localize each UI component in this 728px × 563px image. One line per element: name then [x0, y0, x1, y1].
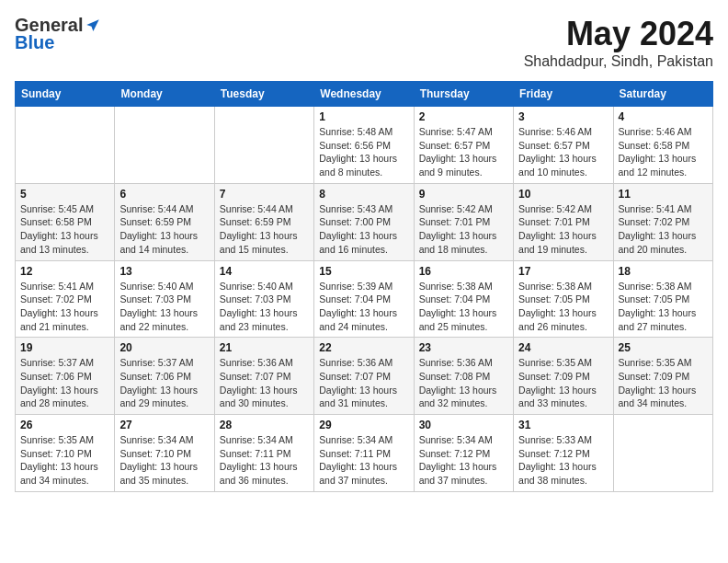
day-info: Sunrise: 5:44 AMSunset: 6:59 PMDaylight:…	[119, 202, 209, 257]
day-number: 24	[518, 341, 608, 354]
day-number: 14	[220, 265, 309, 278]
day-number: 27	[119, 419, 209, 431]
day-number: 18	[619, 265, 708, 278]
logo-blue-text: Blue	[15, 32, 54, 53]
day-info: Sunrise: 5:36 AMSunset: 7:07 PMDaylight:…	[220, 356, 309, 410]
day-cell: 29Sunrise: 5:34 AMSunset: 7:11 PMDayligh…	[314, 415, 414, 492]
day-info: Sunrise: 5:46 AMSunset: 6:58 PMDaylight:…	[619, 125, 708, 179]
header-row: SundayMondayTuesdayWednesdayThursdayFrid…	[16, 82, 713, 107]
day-info: Sunrise: 5:38 AMSunset: 7:05 PMDaylight:…	[518, 280, 608, 334]
day-cell: 1Sunrise: 5:48 AMSunset: 6:56 PMDaylight…	[314, 107, 414, 184]
day-number: 25	[619, 341, 708, 354]
day-header-sunday: Sunday	[16, 82, 115, 107]
day-number: 28	[220, 419, 309, 431]
calendar-subtitle: Shahdadpur, Sindh, Pakistan	[524, 53, 713, 70]
day-info: Sunrise: 5:42 AMSunset: 7:01 PMDaylight:…	[419, 202, 508, 257]
calendar-title: May 2024	[524, 15, 713, 53]
day-info: Sunrise: 5:35 AMSunset: 7:10 PMDaylight:…	[20, 433, 109, 488]
day-cell: 21Sunrise: 5:36 AMSunset: 7:07 PMDayligh…	[214, 338, 313, 415]
day-cell: 6Sunrise: 5:44 AMSunset: 6:59 PMDaylight…	[115, 183, 214, 260]
week-row-1: 1Sunrise: 5:48 AMSunset: 6:56 PMDaylight…	[16, 107, 713, 184]
day-info: Sunrise: 5:41 AMSunset: 7:02 PMDaylight:…	[619, 202, 708, 257]
day-number: 21	[220, 341, 309, 354]
day-number: 31	[518, 419, 608, 431]
day-cell: 27Sunrise: 5:34 AMSunset: 7:10 PMDayligh…	[115, 415, 214, 492]
day-number: 12	[20, 265, 109, 278]
day-cell: 16Sunrise: 5:38 AMSunset: 7:04 PMDayligh…	[414, 260, 513, 338]
day-info: Sunrise: 5:39 AMSunset: 7:04 PMDaylight:…	[319, 280, 408, 334]
calendar-body: 1Sunrise: 5:48 AMSunset: 6:56 PMDaylight…	[16, 107, 713, 492]
day-number: 9	[419, 188, 508, 201]
day-info: Sunrise: 5:34 AMSunset: 7:11 PMDaylight:…	[220, 433, 309, 488]
day-cell: 23Sunrise: 5:36 AMSunset: 7:08 PMDayligh…	[414, 338, 513, 415]
day-info: Sunrise: 5:44 AMSunset: 6:59 PMDaylight:…	[220, 202, 309, 257]
day-cell: 20Sunrise: 5:37 AMSunset: 7:06 PMDayligh…	[115, 338, 214, 415]
day-cell	[613, 415, 712, 492]
day-cell	[115, 107, 214, 184]
day-number: 8	[319, 188, 408, 201]
day-header-monday: Monday	[115, 82, 214, 107]
day-number: 5	[20, 188, 109, 201]
calendar-header: SundayMondayTuesdayWednesdayThursdayFrid…	[16, 82, 713, 107]
day-cell: 3Sunrise: 5:46 AMSunset: 6:57 PMDaylight…	[514, 107, 613, 184]
day-number: 10	[518, 188, 608, 201]
day-cell: 28Sunrise: 5:34 AMSunset: 7:11 PMDayligh…	[214, 415, 313, 492]
logo-bird-icon	[85, 17, 101, 34]
day-cell: 15Sunrise: 5:39 AMSunset: 7:04 PMDayligh…	[314, 260, 414, 338]
day-cell: 9Sunrise: 5:42 AMSunset: 7:01 PMDaylight…	[414, 183, 513, 260]
day-number: 4	[619, 110, 708, 123]
day-info: Sunrise: 5:45 AMSunset: 6:58 PMDaylight:…	[20, 202, 109, 257]
day-info: Sunrise: 5:34 AMSunset: 7:10 PMDaylight:…	[119, 433, 209, 488]
day-number: 23	[419, 341, 508, 354]
week-row-5: 26Sunrise: 5:35 AMSunset: 7:10 PMDayligh…	[16, 415, 713, 492]
day-info: Sunrise: 5:37 AMSunset: 7:06 PMDaylight:…	[119, 356, 209, 410]
day-info: Sunrise: 5:36 AMSunset: 7:08 PMDaylight:…	[419, 356, 508, 410]
week-row-3: 12Sunrise: 5:41 AMSunset: 7:02 PMDayligh…	[16, 260, 713, 338]
day-number: 26	[20, 419, 109, 431]
day-info: Sunrise: 5:33 AMSunset: 7:12 PMDaylight:…	[518, 433, 608, 488]
day-cell: 18Sunrise: 5:38 AMSunset: 7:05 PMDayligh…	[613, 260, 712, 338]
day-header-wednesday: Wednesday	[314, 82, 414, 107]
day-cell: 8Sunrise: 5:43 AMSunset: 7:00 PMDaylight…	[314, 183, 414, 260]
day-cell: 12Sunrise: 5:41 AMSunset: 7:02 PMDayligh…	[16, 260, 115, 338]
day-number: 16	[419, 265, 508, 278]
day-header-thursday: Thursday	[414, 82, 513, 107]
day-info: Sunrise: 5:35 AMSunset: 7:09 PMDaylight:…	[619, 356, 708, 410]
day-info: Sunrise: 5:43 AMSunset: 7:00 PMDaylight:…	[319, 202, 408, 257]
day-number: 6	[119, 188, 209, 201]
day-cell: 31Sunrise: 5:33 AMSunset: 7:12 PMDayligh…	[514, 415, 613, 492]
day-info: Sunrise: 5:40 AMSunset: 7:03 PMDaylight:…	[220, 280, 309, 334]
day-info: Sunrise: 5:40 AMSunset: 7:03 PMDaylight:…	[119, 280, 209, 334]
day-info: Sunrise: 5:35 AMSunset: 7:09 PMDaylight:…	[518, 356, 608, 410]
day-number: 7	[220, 188, 309, 201]
day-info: Sunrise: 5:34 AMSunset: 7:11 PMDaylight:…	[319, 433, 408, 488]
day-number: 15	[319, 265, 408, 278]
day-info: Sunrise: 5:37 AMSunset: 7:06 PMDaylight:…	[20, 356, 109, 410]
day-header-saturday: Saturday	[613, 82, 712, 107]
day-cell	[214, 107, 313, 184]
week-row-4: 19Sunrise: 5:37 AMSunset: 7:06 PMDayligh…	[16, 338, 713, 415]
day-number: 13	[119, 265, 209, 278]
day-number: 2	[419, 110, 508, 123]
day-cell: 25Sunrise: 5:35 AMSunset: 7:09 PMDayligh…	[613, 338, 712, 415]
day-number: 11	[619, 188, 708, 201]
day-cell: 17Sunrise: 5:38 AMSunset: 7:05 PMDayligh…	[514, 260, 613, 338]
title-block: May 2024 Shahdadpur, Sindh, Pakistan	[524, 15, 713, 70]
day-info: Sunrise: 5:46 AMSunset: 6:57 PMDaylight:…	[518, 125, 608, 179]
day-info: Sunrise: 5:41 AMSunset: 7:02 PMDaylight:…	[20, 280, 109, 334]
day-info: Sunrise: 5:47 AMSunset: 6:57 PMDaylight:…	[419, 125, 508, 179]
logo: General Blue	[15, 15, 101, 53]
day-cell: 19Sunrise: 5:37 AMSunset: 7:06 PMDayligh…	[16, 338, 115, 415]
day-cell: 4Sunrise: 5:46 AMSunset: 6:58 PMDaylight…	[613, 107, 712, 184]
day-cell: 7Sunrise: 5:44 AMSunset: 6:59 PMDaylight…	[214, 183, 313, 260]
day-header-friday: Friday	[514, 82, 613, 107]
day-number: 17	[518, 265, 608, 278]
day-cell: 5Sunrise: 5:45 AMSunset: 6:58 PMDaylight…	[16, 183, 115, 260]
day-number: 3	[518, 110, 608, 123]
day-number: 19	[20, 341, 109, 354]
day-info: Sunrise: 5:36 AMSunset: 7:07 PMDaylight:…	[319, 356, 408, 410]
day-number: 29	[319, 419, 408, 431]
day-info: Sunrise: 5:42 AMSunset: 7:01 PMDaylight:…	[518, 202, 608, 257]
week-row-2: 5Sunrise: 5:45 AMSunset: 6:58 PMDaylight…	[16, 183, 713, 260]
day-cell: 2Sunrise: 5:47 AMSunset: 6:57 PMDaylight…	[414, 107, 513, 184]
